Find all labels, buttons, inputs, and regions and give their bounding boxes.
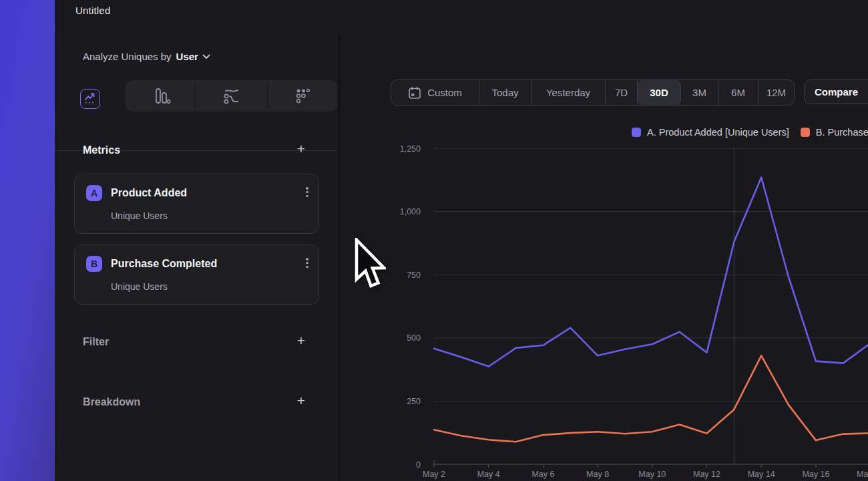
svg-text:0: 0 (416, 460, 421, 470)
svg-text:May 14: May 14 (748, 470, 775, 479)
svg-text:750: 750 (407, 271, 421, 280)
metric-card-b[interactable]: B Purchase Completed Unique Users (74, 245, 319, 305)
analyze-value-dropdown[interactable]: User (176, 51, 198, 62)
metric-badge-b: B (86, 256, 102, 272)
svg-text:May 6: May 6 (531, 470, 554, 479)
analyze-row: Analyze Uniques byUser (55, 35, 337, 77)
screen: { "header": { "title": "Untitled" }, "si… (0, 0, 868, 481)
svg-text:1,000: 1,000 (400, 207, 421, 216)
report-header: Untitled (55, 0, 868, 36)
svg-text:May 10: May 10 (638, 470, 666, 479)
add-filter-button[interactable]: + (292, 333, 310, 350)
svg-text:May 4: May 4 (477, 470, 500, 479)
tab-flows[interactable] (196, 80, 267, 112)
breakdown-heading: Breakdown (83, 396, 140, 408)
metric-title: Purchase Completed (111, 258, 217, 270)
line-chart-icon (83, 91, 97, 106)
metric-title: Product Added (111, 187, 187, 199)
flows-icon (221, 87, 242, 106)
add-metric-button[interactable]: + (292, 141, 310, 158)
metric-badge-a: A (86, 185, 102, 201)
svg-text:500: 500 (407, 333, 421, 343)
metric-subtitle[interactable]: Unique Users (111, 281, 168, 292)
metric-options-icon[interactable] (300, 186, 314, 200)
svg-text:May 12: May 12 (693, 470, 720, 479)
metrics-heading: Metrics (83, 144, 120, 156)
retention-grid-icon (293, 86, 313, 106)
query-sidebar: Analyze Uniques byUser (55, 35, 337, 481)
svg-text:1,250: 1,250 (400, 144, 421, 154)
analyze-label-text: Analyze Uniques by (83, 51, 172, 62)
selected-tab-outline (80, 89, 100, 109)
add-breakdown-button[interactable]: + (292, 393, 310, 410)
chevron-down-icon[interactable] (202, 50, 210, 61)
svg-text:May 16: May 16 (802, 470, 829, 479)
svg-text:May 18: May 18 (857, 470, 868, 479)
tab-bar-chart[interactable] (126, 80, 196, 112)
chart-svg[interactable]: 02505007501,0001,250May 2May 4May 6May 8… (340, 35, 868, 481)
app-window: Untitled Analyze Uniques byUser (55, 0, 868, 481)
metric-subtitle[interactable]: Unique Users (111, 210, 168, 221)
metric-card-a[interactable]: A Product Added Unique Users (74, 174, 319, 234)
filter-heading: Filter (83, 336, 109, 348)
svg-text:May 8: May 8 (586, 470, 609, 479)
desktop-background-strip (0, 0, 55, 481)
tab-retention[interactable] (267, 80, 337, 112)
metric-options-icon[interactable] (300, 257, 314, 271)
analyze-label: Analyze Uniques byUser (83, 50, 210, 62)
tab-insights-line[interactable] (55, 80, 126, 112)
svg-text:250: 250 (407, 397, 421, 406)
svg-text:May 2: May 2 (423, 470, 445, 479)
report-title[interactable]: Untitled (75, 5, 110, 16)
mouse-cursor (353, 238, 386, 290)
bar-chart-icon (151, 86, 172, 106)
chart-type-tabbar (55, 77, 337, 113)
chart-panel: Custom Today Yesterday 7D 30D 3M 6M 12M … (339, 35, 868, 481)
